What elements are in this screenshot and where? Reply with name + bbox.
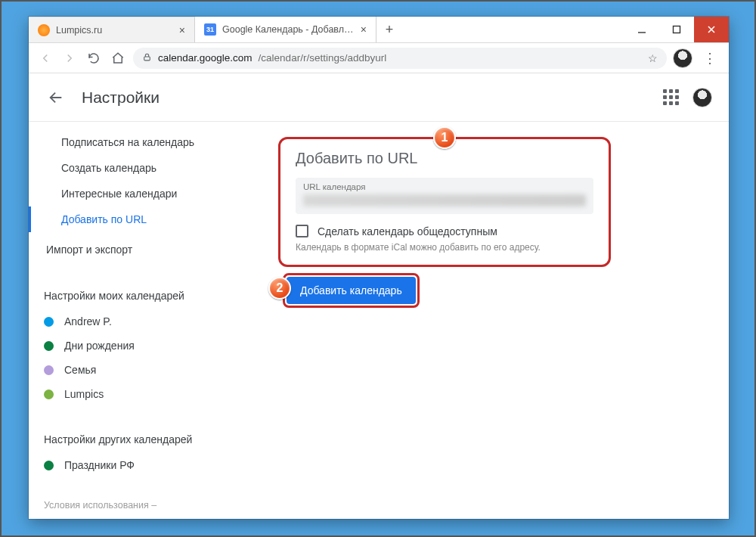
window-controls: [624, 17, 729, 42]
terms-link[interactable]: Условия использования –: [29, 477, 256, 511]
new-tab-button[interactable]: +: [376, 17, 402, 42]
calendar-row[interactable]: Праздники РФ: [44, 453, 240, 477]
annotation-badge-1: 1: [433, 126, 456, 149]
minimize-button[interactable]: [624, 17, 659, 42]
settings-sidebar: Подписаться на календарь Создать календа…: [29, 122, 256, 519]
calendar-color-dot: [44, 365, 54, 375]
nav-forward-button[interactable]: [60, 49, 79, 67]
calendar-color-dot: [44, 390, 54, 399]
add-calendar-button[interactable]: Добавить календарь: [287, 277, 416, 304]
close-icon[interactable]: ×: [361, 24, 367, 35]
nav-back-button[interactable]: [36, 49, 54, 67]
omnibox[interactable]: calendar.google.com/calendar/r/settings/…: [133, 48, 667, 69]
tab-lumpics[interactable]: Lumpics.ru ×: [29, 17, 195, 42]
app-header: Настройки: [29, 73, 729, 122]
svg-rect-1: [674, 26, 680, 33]
calendar-row[interactable]: Lumpics: [44, 382, 240, 406]
public-checkbox-row[interactable]: Сделать календарь общедоступным: [296, 225, 593, 237]
sidebar-item-subscribe[interactable]: Подписаться на календарь: [29, 129, 256, 155]
favicon-calendar: 31: [204, 23, 216, 36]
back-arrow-icon[interactable]: [45, 87, 67, 108]
account-avatar[interactable]: [692, 88, 712, 107]
highlight-box-2: 2 Добавить календарь: [283, 273, 420, 308]
url-path: /calendar/r/settings/addbyurl: [259, 52, 387, 64]
url-input-label: URL календаря: [303, 182, 586, 191]
sidebar-item-interesting[interactable]: Интересные календари: [29, 181, 256, 206]
sidebar-item-addbyurl[interactable]: Добавить по URL: [29, 206, 256, 232]
google-apps-icon[interactable]: [663, 89, 679, 105]
url-input-value-blurred: [303, 194, 586, 206]
close-icon[interactable]: ×: [179, 25, 185, 36]
calendar-color-dot: [44, 461, 54, 470]
browser-window: Lumpics.ru × 31 Google Календарь - Добав…: [29, 17, 729, 519]
hint-text: Календарь в формате iCal можно добавить …: [296, 242, 593, 253]
url-host: calendar.google.com: [158, 52, 253, 64]
tab-strip: Lumpics.ru × 31 Google Календарь - Добав…: [29, 17, 729, 43]
url-input[interactable]: URL календаря: [296, 178, 593, 214]
calendar-row[interactable]: Дни рождения: [44, 334, 240, 358]
calendar-row[interactable]: Семья: [44, 358, 240, 382]
calendar-name: Lumpics: [64, 388, 104, 400]
home-button[interactable]: [109, 49, 127, 67]
tab-title: Lumpics.ru: [56, 25, 173, 36]
svg-rect-4: [144, 56, 150, 60]
calendar-color-dot: [44, 341, 54, 351]
annotation-badge-2: 2: [268, 277, 291, 300]
lock-icon: [142, 52, 152, 64]
sidebar-item-import-export[interactable]: Импорт и экспорт: [29, 237, 256, 262]
maximize-button[interactable]: [659, 17, 694, 42]
highlight-box-1: 1 Добавить по URL URL календаря Сделать …: [278, 137, 611, 267]
favicon-lumpics: [38, 24, 50, 36]
sidebar-group-my-calendars: Настройки моих календарей Andrew P.Дни р…: [29, 285, 256, 406]
browser-menu-button[interactable]: ⋮: [699, 50, 721, 67]
sidebar-item-create[interactable]: Создать календарь: [29, 155, 256, 181]
tab-title: Google Календарь - Добавлени: [222, 24, 355, 35]
url-bar: calendar.google.com/calendar/r/settings/…: [29, 43, 729, 73]
section-heading: Добавить по URL: [296, 150, 593, 167]
calendar-name: Andrew P.: [64, 315, 112, 327]
page-title: Настройки: [82, 88, 160, 107]
calendar-name: Праздники РФ: [64, 459, 135, 471]
main-panel: 1 Добавить по URL URL календаря Сделать …: [256, 122, 729, 519]
sidebar-group-title: Настройки других календарей: [44, 429, 240, 453]
browser-profile-avatar[interactable]: [673, 48, 692, 68]
sidebar-group-title: Настройки моих календарей: [44, 285, 240, 309]
calendar-color-dot: [44, 317, 54, 327]
reload-button[interactable]: [85, 49, 103, 67]
calendar-name: Дни рождения: [64, 340, 135, 352]
checkbox-label: Сделать календарь общедоступным: [318, 225, 497, 237]
calendar-name: Семья: [64, 364, 96, 376]
calendar-row[interactable]: Andrew P.: [44, 309, 240, 334]
window-close-button[interactable]: [694, 17, 729, 42]
bookmark-star-icon[interactable]: ☆: [648, 52, 658, 64]
checkbox-icon[interactable]: [296, 225, 308, 237]
sidebar-group-other-calendars: Настройки других календарей Праздники РФ: [29, 429, 256, 477]
tab-google-calendar[interactable]: 31 Google Календарь - Добавлени ×: [195, 17, 376, 42]
content-area: Подписаться на календарь Создать календа…: [29, 122, 729, 519]
